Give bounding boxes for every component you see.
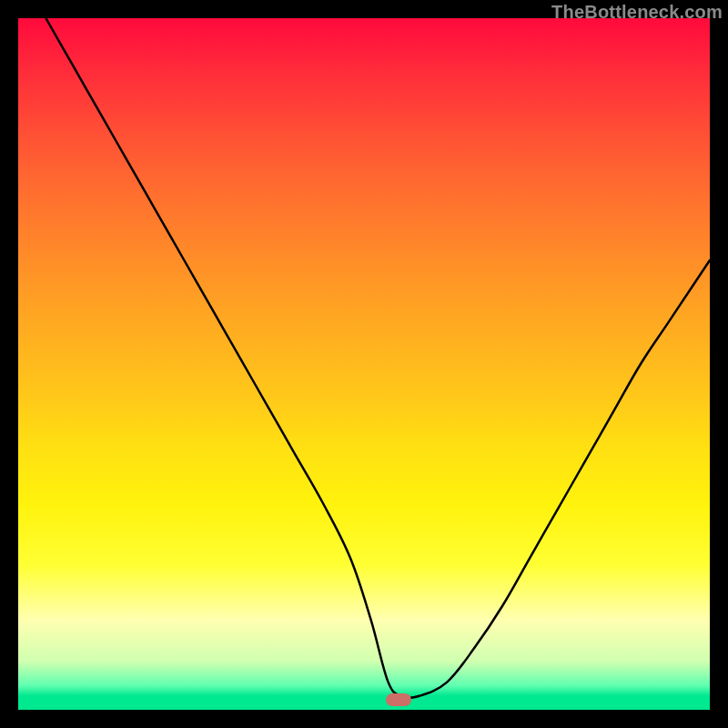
chart-container: TheBottleneck.com [0, 0, 728, 728]
optimal-marker [386, 693, 411, 706]
bottleneck-curve [18, 18, 710, 710]
plot-area [18, 18, 710, 710]
